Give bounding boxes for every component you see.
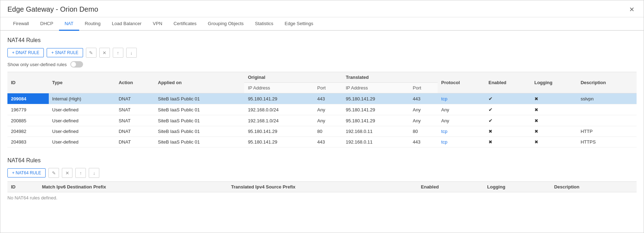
tab-edge-settings[interactable]: Edge Settings bbox=[279, 17, 319, 31]
cell-description bbox=[577, 104, 637, 115]
cell-description bbox=[577, 115, 637, 126]
cell-logging: ✖ bbox=[531, 93, 577, 104]
nat44-toolbar: + DNAT RULE + SNAT RULE ✎ ✕ ↑ ↓ bbox=[7, 48, 637, 58]
cell-applied-on: SiteB IaaS Public 01 bbox=[154, 115, 245, 126]
nat44-title: NAT44 Rules bbox=[7, 37, 637, 43]
main-window: Edge Gateway - Orion Demo ✕ Firewall DHC… bbox=[0, 0, 644, 233]
cell-applied-on: SiteB IaaS Public 01 bbox=[154, 93, 245, 104]
cell-orig-ip: 192.168.1.0/24 bbox=[244, 115, 314, 126]
tab-routing[interactable]: Routing bbox=[79, 17, 106, 31]
cell-trans-ip: 95.180.141.29 bbox=[342, 104, 409, 115]
cell-trans-port: Any bbox=[409, 115, 438, 126]
cell-description: HTTP bbox=[577, 126, 637, 137]
nat64-col-enabled: Enabled bbox=[417, 182, 484, 192]
nat64-delete-button[interactable]: ✕ bbox=[62, 168, 72, 178]
cell-orig-ip: 192.168.0.0/24 bbox=[244, 104, 314, 115]
col-orig-ip: IP Address bbox=[244, 83, 314, 93]
cell-enabled: ✖ bbox=[485, 137, 531, 147]
cell-action: DNAT bbox=[115, 126, 154, 137]
edit-button[interactable]: ✎ bbox=[86, 48, 96, 58]
col-applied-on: Applied on bbox=[154, 72, 245, 93]
no-nat64-text: No NAT64 rules defined. bbox=[7, 192, 637, 203]
col-enabled: Enabled bbox=[485, 72, 531, 93]
cell-type: Internal (High) bbox=[49, 93, 115, 104]
cell-logging: ✖ bbox=[531, 137, 577, 147]
tab-load-balancer[interactable]: Load Balancer bbox=[106, 17, 147, 31]
move-up-button[interactable]: ↑ bbox=[113, 48, 123, 58]
cell-description: HTTPS bbox=[577, 137, 637, 147]
nat64-col-logging: Logging bbox=[484, 182, 550, 192]
table-row[interactable]: 196779 User-defined SNAT SiteB IaaS Publ… bbox=[7, 104, 637, 115]
cell-trans-ip: 192.168.0.11 bbox=[342, 126, 409, 137]
tab-statistics[interactable]: Statistics bbox=[249, 17, 279, 31]
nat64-edit-button[interactable]: ✎ bbox=[48, 168, 59, 178]
cell-trans-port: Any bbox=[409, 104, 438, 115]
cell-enabled: ✔ bbox=[485, 115, 531, 126]
cell-protocol: tcp bbox=[438, 93, 485, 104]
cell-trans-ip: 192.168.0.11 bbox=[342, 137, 409, 147]
tab-firewall[interactable]: Firewall bbox=[7, 17, 35, 31]
cell-action: DNAT bbox=[115, 93, 154, 104]
col-protocol: Protocol bbox=[438, 72, 485, 93]
delete-button[interactable]: ✕ bbox=[99, 48, 110, 58]
cell-trans-port: 443 bbox=[409, 93, 438, 104]
cell-id: 204983 bbox=[7, 137, 49, 147]
table-row[interactable]: 204982 User-defined DNAT SiteB IaaS Publ… bbox=[7, 126, 637, 137]
nat64-col-match: Match Ipv6 Destination Prefix bbox=[39, 182, 228, 192]
cell-protocol: tcp bbox=[438, 126, 485, 137]
cell-orig-ip: 95.180.141.29 bbox=[244, 126, 314, 137]
cell-id: 209084 bbox=[7, 93, 49, 104]
nat64-col-translated: Translated Ipv4 Source Prefix bbox=[228, 182, 417, 192]
col-original: Original bbox=[244, 72, 342, 83]
nat64-rule-button[interactable]: + NAT64 RULE bbox=[7, 168, 46, 177]
cell-trans-ip: 95.180.141.29 bbox=[342, 115, 409, 126]
table-row[interactable]: 200885 User-defined SNAT SiteB IaaS Publ… bbox=[7, 115, 637, 126]
nat64-title: NAT64 Rules bbox=[7, 157, 637, 164]
tab-grouping-objects[interactable]: Grouping Objects bbox=[202, 17, 249, 31]
nat64-move-up-button[interactable]: ↑ bbox=[75, 168, 86, 178]
cell-orig-port: 443 bbox=[314, 137, 343, 147]
cell-logging: ✖ bbox=[531, 126, 577, 137]
snat-rule-button[interactable]: + SNAT RULE bbox=[47, 48, 83, 57]
close-button[interactable]: ✕ bbox=[627, 6, 637, 13]
cell-id: 196779 bbox=[7, 104, 49, 115]
nat64-table: ID Match Ipv6 Destination Prefix Transla… bbox=[7, 181, 637, 192]
col-description: Description bbox=[577, 72, 637, 93]
cell-trans-ip: 95.180.141.29 bbox=[342, 93, 409, 104]
table-row[interactable]: 204983 User-defined DNAT SiteB IaaS Publ… bbox=[7, 137, 637, 147]
cell-trans-port: 443 bbox=[409, 137, 438, 147]
window-title: Edge Gateway - Orion Demo bbox=[7, 5, 98, 13]
col-logging: Logging bbox=[531, 72, 577, 93]
cell-orig-port: 80 bbox=[314, 126, 343, 137]
nat64-section: NAT64 Rules + NAT64 RULE ✎ ✕ ↑ ↓ ID Matc… bbox=[7, 157, 637, 203]
content-area: NAT44 Rules + DNAT RULE + SNAT RULE ✎ ✕ … bbox=[0, 31, 644, 210]
nat64-col-id: ID bbox=[7, 182, 39, 192]
cell-id: 200885 bbox=[7, 115, 49, 126]
cell-description: sslvpn bbox=[577, 93, 637, 104]
col-id: ID bbox=[7, 72, 49, 93]
tab-nat[interactable]: NAT bbox=[59, 17, 79, 31]
col-action: Action bbox=[115, 72, 154, 93]
cell-enabled: ✔ bbox=[485, 104, 531, 115]
cell-action: DNAT bbox=[115, 137, 154, 147]
tab-certificates[interactable]: Certificates bbox=[168, 17, 202, 31]
move-down-button[interactable]: ↓ bbox=[126, 48, 137, 58]
nat64-move-down-button[interactable]: ↓ bbox=[89, 168, 99, 178]
cell-protocol: tcp bbox=[438, 137, 485, 147]
dnat-rule-button[interactable]: + DNAT RULE bbox=[7, 48, 44, 57]
cell-orig-ip: 95.180.141.29 bbox=[244, 93, 314, 104]
tab-bar: Firewall DHCP NAT Routing Load Balancer … bbox=[0, 17, 644, 31]
tab-dhcp[interactable]: DHCP bbox=[35, 17, 59, 31]
cell-id: 204982 bbox=[7, 126, 49, 137]
tab-vpn[interactable]: VPN bbox=[147, 17, 168, 31]
table-row[interactable]: 209084 Internal (High) DNAT SiteB IaaS P… bbox=[7, 93, 637, 104]
cell-type: User-defined bbox=[49, 126, 115, 137]
cell-action: SNAT bbox=[115, 115, 154, 126]
cell-logging: ✖ bbox=[531, 104, 577, 115]
user-defined-toggle[interactable] bbox=[70, 61, 83, 68]
cell-applied-on: SiteB IaaS Public 01 bbox=[154, 137, 245, 147]
col-translated: Translated bbox=[342, 72, 438, 83]
cell-type: User-defined bbox=[49, 104, 115, 115]
cell-enabled: ✖ bbox=[485, 126, 531, 137]
cell-orig-port: Any bbox=[314, 104, 343, 115]
